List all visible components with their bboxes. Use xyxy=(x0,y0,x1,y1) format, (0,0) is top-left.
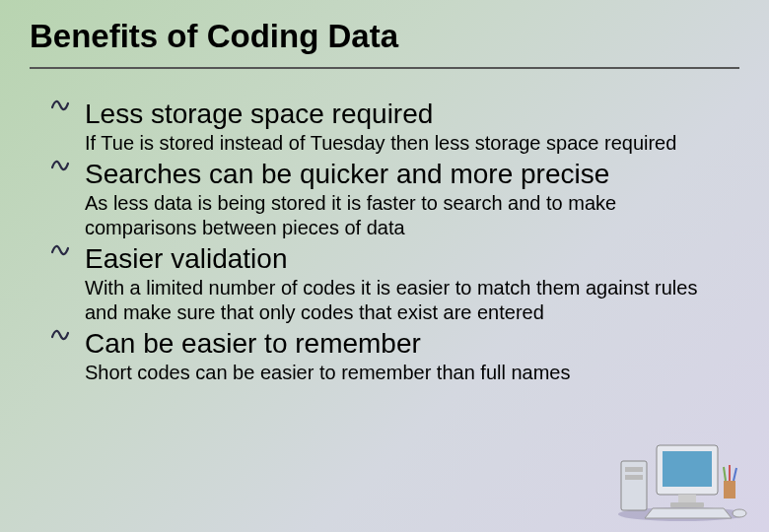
page-title: Benefits of Coding Data xyxy=(30,18,739,55)
list-item-head: Searches can be quicker and more precise xyxy=(51,157,739,191)
content-list: Less storage space required If Tue is st… xyxy=(30,97,739,384)
svg-rect-2 xyxy=(625,467,643,472)
item-heading: Searches can be quicker and more precise xyxy=(85,157,609,191)
item-heading: Can be easier to remember xyxy=(85,326,421,361)
title-divider xyxy=(30,67,739,69)
wave-bullet-icon xyxy=(51,241,85,257)
item-heading: Less storage space required xyxy=(85,97,433,131)
wave-bullet-icon xyxy=(51,157,85,172)
wave-bullet-icon xyxy=(51,326,85,342)
svg-rect-7 xyxy=(670,502,704,507)
svg-rect-6 xyxy=(678,495,696,502)
svg-rect-9 xyxy=(724,481,735,499)
svg-line-10 xyxy=(724,467,726,481)
svg-rect-5 xyxy=(663,451,712,487)
item-description: Short codes can be easier to remember th… xyxy=(51,361,739,384)
computer-illustration xyxy=(613,424,751,522)
item-description: If Tue is stored instead of Tuesday then… xyxy=(51,131,739,155)
list-item: Easier validation With a limited number … xyxy=(51,241,739,324)
svg-rect-3 xyxy=(625,475,643,480)
slide: Benefits of Coding Data Less storage spa… xyxy=(0,0,769,532)
item-description: As less data is being stored it is faste… xyxy=(51,191,739,239)
item-heading: Easier validation xyxy=(85,241,287,276)
list-item: Can be easier to remember Short codes ca… xyxy=(51,326,739,384)
svg-line-12 xyxy=(734,468,736,481)
list-item: Searches can be quicker and more precise… xyxy=(51,157,739,239)
item-description: With a limited number of codes it is eas… xyxy=(51,276,739,324)
list-item-head: Less storage space required xyxy=(51,97,739,131)
list-item-head: Easier validation xyxy=(51,241,739,276)
list-item-head: Can be easier to remember xyxy=(51,326,739,361)
svg-point-8 xyxy=(733,509,746,517)
wave-bullet-icon xyxy=(51,97,85,112)
list-item: Less storage space required If Tue is st… xyxy=(51,97,739,155)
